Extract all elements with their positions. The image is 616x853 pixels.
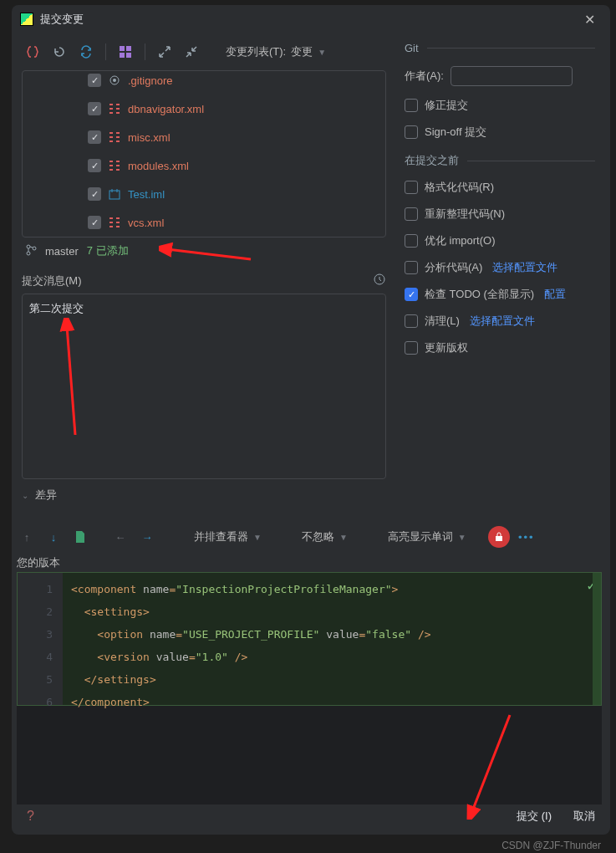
rollback-icon[interactable] — [48, 41, 70, 63]
branch-icon — [25, 244, 37, 258]
added-count: 7 已添加 — [87, 243, 129, 258]
file-name: misc.xml — [128, 131, 171, 144]
cleanup-checkbox[interactable] — [405, 314, 418, 328]
svg-rect-2 — [120, 53, 125, 58]
more-icon[interactable]: ••• — [517, 527, 537, 547]
refresh-icon[interactable] — [22, 41, 43, 63]
changelist-label: 变更列表(T): — [226, 44, 286, 59]
author-label: 作者(A): — [405, 69, 444, 84]
rearrange-label: 重新整理代码(N) — [425, 207, 505, 222]
amend-checkbox[interactable] — [405, 99, 418, 112]
xml-icon — [108, 132, 121, 142]
copyright-checkbox[interactable] — [405, 341, 418, 355]
next-diff-icon[interactable]: ↓ — [43, 527, 64, 547]
app-icon — [20, 13, 33, 26]
before-commit-label: 在提交之前 — [405, 153, 459, 168]
code-content: <component name="InspectionProjectProfil… — [63, 573, 431, 705]
todo-checkbox[interactable]: ✓ — [405, 288, 418, 301]
file-name: Test.iml — [128, 188, 165, 201]
optimize-checkbox[interactable] — [405, 234, 418, 248]
signoff-checkbox[interactable] — [405, 125, 418, 139]
analyze-label: 分析代码(A) — [425, 260, 482, 275]
todo-label: 检查 TODO (全部显示) — [425, 287, 534, 302]
history-icon[interactable] — [373, 273, 386, 289]
svg-rect-11 — [496, 536, 502, 541]
file-name: .gitignore — [128, 74, 172, 87]
rearrange-checkbox[interactable] — [405, 207, 418, 221]
file-checkbox[interactable]: ✓ — [88, 130, 101, 144]
file-name: modules.xml — [128, 160, 189, 172]
file-checkbox[interactable]: ✓ — [88, 187, 101, 201]
back-icon[interactable]: ← — [110, 527, 130, 547]
help-icon[interactable]: ? — [27, 809, 34, 824]
changelist-value: 变更 — [291, 44, 313, 59]
commit-message-text: 第二次提交 — [29, 302, 84, 314]
changelist-dropdown[interactable]: 变更列表(T): 变更 ▼ — [222, 41, 329, 63]
watermark: CSDN @ZJF-Thunder — [501, 840, 601, 851]
xml-icon — [108, 161, 121, 171]
scrollbar[interactable] — [593, 573, 601, 705]
diff-toggle[interactable]: ⌄ 差异 — [22, 488, 386, 503]
xml-icon — [108, 104, 121, 114]
file-checkbox[interactable]: ✓ — [88, 159, 101, 172]
file-name: vcs.xml — [128, 217, 164, 229]
author-input[interactable] — [451, 66, 573, 86]
diff-editor[interactable]: 123456 <component name="InspectionProjec… — [17, 572, 602, 706]
optimize-label: 优化 import(O) — [425, 233, 496, 248]
forward-icon[interactable]: → — [137, 527, 157, 547]
gear-icon — [108, 74, 121, 86]
line-gutter: 123456 — [18, 573, 63, 705]
viewer-dropdown[interactable]: 并排查看器 ▼ — [191, 526, 265, 548]
sync-icon[interactable] — [75, 41, 97, 63]
version-label: 您的版本 — [17, 555, 602, 570]
todo-link[interactable]: 配置 — [544, 287, 566, 302]
collapse-icon[interactable] — [181, 41, 202, 63]
reformat-checkbox[interactable] — [405, 181, 418, 194]
xml-icon — [108, 217, 121, 227]
file-checkbox[interactable]: ✓ — [88, 102, 101, 115]
amend-label: 修正提交 — [425, 98, 468, 113]
prev-diff-icon[interactable]: ↑ — [17, 527, 37, 547]
chevron-down-icon: ▼ — [318, 48, 326, 57]
commit-message-label: 提交消息(M) — [22, 273, 82, 289]
file-icon[interactable] — [70, 527, 90, 547]
file-name: dbnavigator.xml — [128, 103, 204, 115]
changes-tree[interactable]: ✓ .gitignore ✓ dbnavigator.xml ✓ misc.xm… — [22, 70, 386, 238]
close-button[interactable]: ✕ — [578, 8, 602, 31]
highlight-dropdown[interactable]: 高亮显示单词 ▼ — [384, 526, 470, 548]
analyze-checkbox[interactable] — [405, 261, 418, 274]
signoff-label: Sign-off 提交 — [425, 125, 486, 140]
svg-rect-6 — [109, 191, 120, 199]
svg-rect-1 — [126, 46, 131, 51]
file-checkbox[interactable]: ✓ — [88, 216, 101, 229]
cleanup-link[interactable]: 选择配置文件 — [470, 314, 535, 329]
svg-rect-3 — [126, 53, 131, 58]
svg-point-8 — [27, 252, 30, 255]
expand-icon[interactable] — [154, 41, 176, 63]
cleanup-label: 清理(L) — [425, 314, 460, 329]
reformat-label: 格式化代码(R) — [425, 180, 494, 195]
svg-point-7 — [27, 245, 30, 248]
dialog-title: 提交变更 — [40, 12, 571, 27]
commit-message-input[interactable]: 第二次提交 — [22, 294, 386, 479]
analyze-link[interactable]: 选择配置文件 — [492, 260, 557, 275]
ignore-dropdown[interactable]: 不忽略 ▼ — [298, 526, 351, 548]
commit-button[interactable]: 提交 (I) — [517, 809, 552, 824]
iml-icon — [108, 188, 121, 200]
svg-point-9 — [33, 247, 36, 250]
group-icon[interactable] — [115, 41, 136, 63]
copyright-label: 更新版权 — [425, 340, 468, 355]
svg-rect-0 — [120, 46, 125, 51]
file-checkbox[interactable]: ✓ — [88, 74, 101, 87]
svg-point-5 — [113, 79, 116, 82]
editor-blank — [17, 706, 602, 804]
cancel-button[interactable]: 取消 — [573, 809, 595, 824]
diff-label: 差异 — [35, 488, 57, 503]
lock-icon[interactable] — [488, 526, 510, 548]
chevron-down-icon: ⌄ — [22, 491, 28, 500]
git-section-label: Git — [405, 42, 419, 54]
branch-name[interactable]: master — [45, 245, 79, 258]
